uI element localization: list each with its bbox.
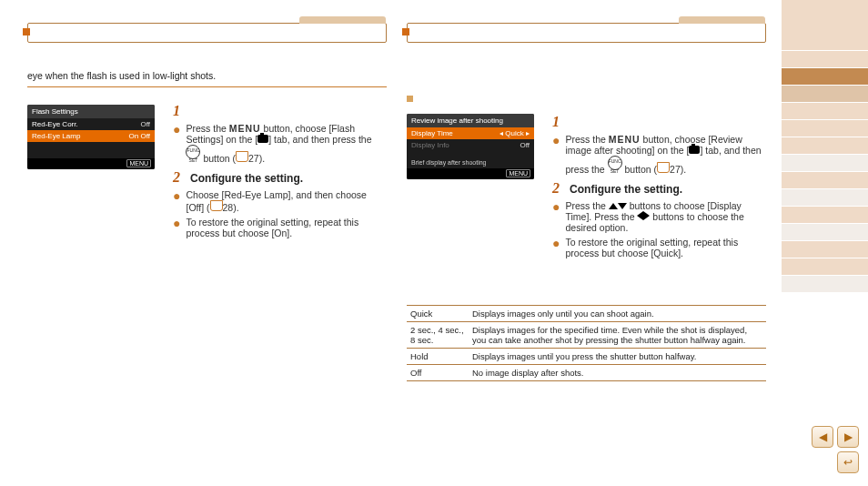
step-number: 2 xyxy=(173,169,187,186)
bullet: ● To restore the original setting, repea… xyxy=(552,237,766,258)
menu-word: MENU xyxy=(229,123,261,134)
bullet-icon: ● xyxy=(173,217,180,229)
bullet-icon: ● xyxy=(552,134,560,147)
bullet: ● Press the MENU button, choose [Review … xyxy=(552,134,766,175)
table-cell: 2 sec., 4 sec., 8 sec. xyxy=(407,322,469,348)
bullet: ● Press the MENU button, choose [Flash S… xyxy=(173,123,387,164)
side-tab[interactable] xyxy=(782,86,868,103)
func-set-icon: FUNCSET xyxy=(608,156,622,170)
cam-header: Review image after shooting xyxy=(407,114,534,127)
cam-row-value: On Off xyxy=(129,132,150,140)
steps: 1 . ● Press the MENU button, choose [Rev… xyxy=(552,114,766,262)
camera-icon xyxy=(689,146,700,154)
section-tab-cap xyxy=(299,16,386,24)
page-ref-icon xyxy=(236,151,248,162)
left-column: eye when the flash is used in low-light … xyxy=(27,23,387,96)
side-tab[interactable] xyxy=(782,51,868,68)
down-arrow-icon xyxy=(618,203,627,209)
left-arrow-icon xyxy=(637,211,643,220)
right-column: Review image after shooting Display Time… xyxy=(407,23,766,43)
table-cell: No image display after shots. xyxy=(469,365,766,380)
bullet: ● Press the buttons to choose [Display T… xyxy=(552,200,766,233)
section-header xyxy=(27,23,387,43)
menu-word: MENU xyxy=(609,134,641,145)
page: eye when the flash is used in low-light … xyxy=(0,0,868,486)
table-cell: Quick xyxy=(407,306,469,321)
bullet-icon: ● xyxy=(173,189,180,202)
cam-header: Flash Settings xyxy=(27,105,155,118)
intro-text: eye when the flash is used in low-light … xyxy=(27,70,387,81)
cam-row-selected: Display Time ◂ Quick ▸ xyxy=(407,127,534,139)
section-header xyxy=(407,23,766,43)
bullet-text: Press the buttons to choose [Display Tim… xyxy=(565,200,766,233)
cam-row-selected: Red-Eye Lamp On Off xyxy=(27,130,155,142)
side-tab[interactable] xyxy=(782,224,868,241)
side-tab[interactable] xyxy=(782,276,868,293)
steps: 1 . ● Press the MENU button, choose [Fla… xyxy=(173,103,387,242)
table-row: Quick Displays images only until you can… xyxy=(407,306,766,322)
cam-row-value: Off xyxy=(140,120,150,128)
bullet-icon: ● xyxy=(552,237,560,249)
step-number: 1 xyxy=(173,103,187,119)
side-tab[interactable] xyxy=(782,120,868,137)
cam-row-label: Red-Eye Lamp xyxy=(32,132,80,140)
cam-row: Red-Eye Corr. Off xyxy=(27,118,155,130)
side-tabs xyxy=(782,0,868,293)
step-number: 2 xyxy=(552,180,567,197)
side-tab[interactable] xyxy=(782,0,868,51)
table-cell: Hold xyxy=(407,349,469,364)
cam-row-value: Off xyxy=(520,141,530,149)
page-ref-icon xyxy=(210,200,223,211)
bullet-icon: ● xyxy=(173,123,180,136)
cam-menu-badge: MENU xyxy=(506,169,530,177)
cam-menu-badge: MENU xyxy=(126,159,151,167)
bullet-text: Press the MENU button, choose [Review im… xyxy=(565,134,766,175)
camera-icon xyxy=(257,135,268,143)
step-1: 1 . ● Press the MENU button, choose [Fla… xyxy=(173,103,387,164)
step-title: Configure the setting. xyxy=(570,183,682,196)
section-tab-cap xyxy=(679,16,765,24)
side-tab[interactable] xyxy=(782,103,868,120)
bullet-text: To restore the original setting, repeat … xyxy=(565,237,766,258)
cam-row-label: Display Time xyxy=(411,129,453,137)
table-row: Off No image display after shots. xyxy=(407,365,766,381)
step-title: Configure the setting. xyxy=(190,172,303,185)
right-arrow-icon xyxy=(643,211,650,220)
display-time-table: Quick Displays images only until you can… xyxy=(407,305,766,381)
table-row: Hold Displays images until you press the… xyxy=(407,349,766,365)
side-tab[interactable] xyxy=(782,68,868,86)
camera-screenshot: Flash Settings Red-Eye Corr. Off Red-Eye… xyxy=(27,105,155,169)
step-1: 1 . ● Press the MENU button, choose [Rev… xyxy=(552,114,766,175)
side-tab[interactable] xyxy=(782,155,868,172)
cam-bottom-bar: MENU xyxy=(27,158,155,169)
bullet: ● To restore the original setting, repea… xyxy=(173,217,387,238)
prev-page-button[interactable]: ◀ xyxy=(812,426,833,448)
bullet-text: To restore the original setting, repeat … xyxy=(186,217,387,238)
cam-row: Display Info Off xyxy=(407,139,534,151)
side-tab[interactable] xyxy=(782,207,868,224)
table-cell: Displays images until you press the shut… xyxy=(469,349,766,364)
return-button[interactable]: ↩ xyxy=(837,451,859,473)
side-tab[interactable] xyxy=(782,258,868,276)
side-tab[interactable] xyxy=(782,172,868,189)
camera-screenshot: Review image after shooting Display Time… xyxy=(407,114,534,179)
step-2: 2 Configure the setting. ● Choose [Red-E… xyxy=(173,169,387,238)
side-tab[interactable] xyxy=(782,241,868,258)
table-row: 2 sec., 4 sec., 8 sec. Displays images f… xyxy=(407,322,766,349)
next-page-button[interactable]: ▶ xyxy=(837,426,859,448)
bullet-icon: ● xyxy=(552,200,560,213)
table-cell: Displays images for the specified time. … xyxy=(469,322,766,348)
up-arrow-icon xyxy=(609,203,618,209)
bullet-text: Choose [Red-Eye Lamp], and then choose [… xyxy=(186,189,387,213)
cam-row-value: ◂ Quick ▸ xyxy=(500,129,530,137)
side-tab[interactable] xyxy=(782,189,868,207)
table-cell: Off xyxy=(407,365,469,380)
side-tab[interactable] xyxy=(782,137,868,155)
cam-subtext: Brief display after shooting xyxy=(407,157,534,168)
divider xyxy=(27,86,387,87)
cam-row-label: Display Info xyxy=(411,141,449,149)
step-2: 2 Configure the setting. ● Press the but… xyxy=(552,180,766,258)
section-marker-icon xyxy=(23,28,30,35)
cam-row-label: Red-Eye Corr. xyxy=(32,120,78,128)
table-cell: Displays images only until you can shoot… xyxy=(469,306,766,321)
